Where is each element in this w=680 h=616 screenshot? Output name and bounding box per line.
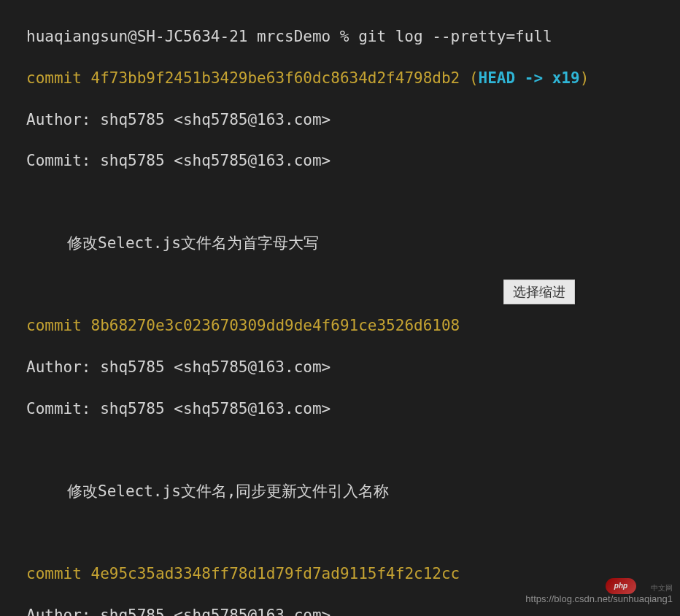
commit-message: 修改Select.js文件名,同步更新文件引入名称 bbox=[26, 481, 680, 501]
head-ref: HEAD -> x19 bbox=[479, 69, 580, 87]
commit-hash-line: commit 4e95c35ad3348ff78d1d79fd7ad9115f4… bbox=[26, 563, 680, 584]
prompt-line: huaqiangsun@SH-JC5634-21 mrcsDemo % git … bbox=[26, 26, 680, 47]
commit-hash-line: commit 8b68270e3c023670309dd9de4f691ce35… bbox=[26, 315, 680, 336]
terminal-output[interactable]: huaqiangsun@SH-JC5634-21 mrcsDemo % git … bbox=[26, 6, 680, 616]
watermark-site-text: 中文网 bbox=[651, 583, 673, 593]
watermark-url: https://blog.csdn.net/sunhuaqiang1 bbox=[525, 593, 673, 606]
commit-hash-line: commit 4f73bb9f2451b3429be63f60dc8634d2f… bbox=[26, 68, 680, 88]
author-line: Author: shq5785 <shq5785@163.com> bbox=[26, 357, 680, 377]
blank-line bbox=[26, 192, 680, 212]
author-line: Author: shq5785 <shq5785@163.com> bbox=[26, 605, 680, 616]
committer-line: Commit: shq5785 <shq5785@163.com> bbox=[26, 150, 680, 171]
indent-tooltip[interactable]: 选择缩进 bbox=[503, 280, 575, 304]
commit-message: 修改Select.js文件名为首字母大写 bbox=[26, 233, 680, 253]
blank-line bbox=[26, 274, 680, 295]
committer-line: Commit: shq5785 <shq5785@163.com> bbox=[26, 399, 680, 419]
blank-line bbox=[26, 440, 680, 461]
watermark-logo: php bbox=[606, 578, 636, 594]
blank-line bbox=[26, 523, 680, 543]
author-line: Author: shq5785 <shq5785@163.com> bbox=[26, 109, 680, 130]
